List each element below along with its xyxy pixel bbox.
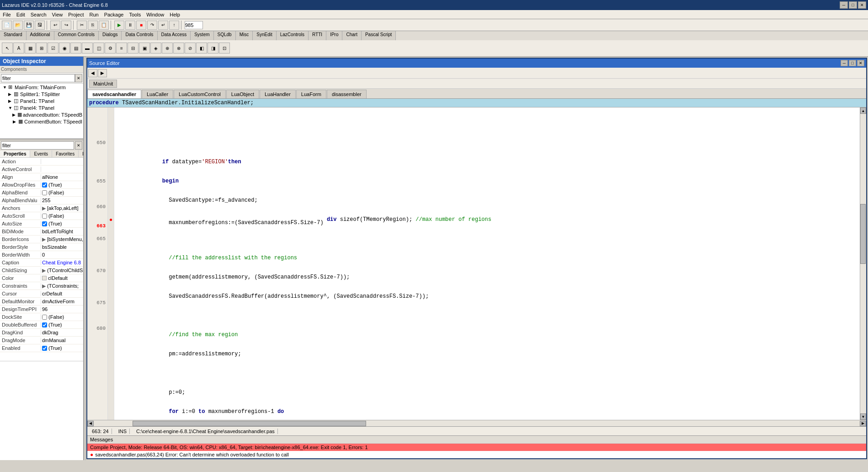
palette-tab-data-controls[interactable]: Data Controls [122, 31, 157, 40]
prop-row-enabled[interactable]: Enabled (True) [0, 344, 83, 352]
tb-new[interactable]: 📄 [2, 21, 12, 30]
prop-row-autosize[interactable]: AutoSize (True) [0, 220, 83, 228]
prop-row-align[interactable]: Align alNone [0, 173, 83, 181]
module-tab-luacaller[interactable]: LuaCaller [142, 90, 173, 98]
prop-check-autoscroll[interactable] [42, 214, 47, 219]
palette-tab-additional[interactable]: Additional [27, 31, 54, 40]
palette-icon-12[interactable]: ▣ [139, 43, 150, 54]
tree-arrow-advancedbutton[interactable]: ▶ [12, 113, 17, 117]
editor-tb-fwd[interactable]: ▶ [98, 69, 107, 77]
module-tab-savedscanhandler[interactable]: savedscanhandler [87, 90, 141, 98]
palette-icon-8[interactable]: ◫ [93, 43, 104, 54]
palette-tab-lazcontrols[interactable]: LazControls [277, 31, 309, 40]
module-tab-luaform[interactable]: LuaForm [296, 90, 326, 98]
module-tab-luahandler[interactable]: LuaHandler [260, 90, 296, 98]
file-tab-mainunit[interactable]: MainUnit [89, 80, 117, 88]
prop-row-activecontrol[interactable]: ActiveControl [0, 166, 83, 173]
palette-tab-misc[interactable]: Misc [236, 31, 253, 40]
tree-item-panel4[interactable]: ▼ ◫ Panel4: TPanel [0, 104, 83, 111]
tree-arrow-commentbutton[interactable]: ▶ [13, 119, 18, 124]
tree-item-splitter1[interactable]: ▶ ▥ Splitter1: TSplitter [0, 91, 83, 97]
scroll-right-btn[interactable]: ▶ [860, 421, 866, 426]
palette-icon-9[interactable]: ⚙ [105, 43, 116, 54]
menu-window[interactable]: Window [144, 11, 167, 18]
palette-icon-10[interactable]: ≡ [116, 43, 127, 54]
tb-copy[interactable]: ⎘ [88, 21, 98, 30]
tb-step-out[interactable]: ↑ [169, 21, 179, 30]
editor-close-btn[interactable]: ✕ [857, 60, 864, 66]
tb-redo[interactable]: ↪ [61, 21, 71, 30]
palette-tab-system[interactable]: System [191, 31, 213, 40]
palette-icon-19[interactable]: ⊡ [219, 43, 230, 54]
tab-events[interactable]: Events [30, 150, 52, 157]
prop-check-autosize[interactable] [42, 221, 47, 226]
palette-tab-standard[interactable]: Standard [0, 31, 27, 40]
prop-check-alphablend[interactable] [42, 190, 47, 195]
tree-arrow-splitter1[interactable]: ▶ [8, 92, 14, 97]
editor-minimize-btn[interactable]: ─ [841, 60, 848, 66]
palette-icon-13[interactable]: ◈ [150, 43, 161, 54]
palette-icon-11[interactable]: ⊟ [128, 43, 138, 54]
prop-row-autoscroll[interactable]: AutoScroll (False) [0, 212, 83, 220]
palette-icon-14[interactable]: ⊕ [162, 43, 173, 54]
menu-file[interactable]: File [0, 11, 14, 18]
prop-row-childsizing[interactable]: ChildSizing ▶ (TControlChildSiz [0, 267, 83, 274]
tb-open[interactable]: 📂 [13, 21, 23, 30]
prop-row-color[interactable]: Color clDefault [0, 274, 83, 282]
palette-icon-16[interactable]: ⊘ [185, 43, 196, 54]
header-input[interactable] [185, 21, 203, 29]
prop-row-docksite[interactable]: DockSite (False) [0, 313, 83, 321]
prop-row-defaultmonitor[interactable]: DefaultMonitor dmActiveForm [0, 298, 83, 306]
menu-package[interactable]: Package [101, 11, 127, 18]
scroll-thumb[interactable] [860, 204, 866, 264]
tb-cut[interactable]: ✂ [77, 21, 87, 30]
tb-pause[interactable]: ⏸ [125, 21, 135, 30]
menu-help[interactable]: Help [167, 11, 183, 18]
module-tab-luaobject[interactable]: LuaObject [226, 90, 259, 98]
tb-run[interactable]: ▶ [114, 21, 124, 30]
prop-row-dragmode[interactable]: DragMode dmManual [0, 337, 83, 344]
vertical-scrollbar[interactable]: ▲ ▼ [860, 107, 866, 420]
tab-re[interactable]: Re [79, 150, 84, 157]
prop-check-enabled[interactable] [42, 346, 47, 351]
palette-tab-chart[interactable]: Chart [342, 31, 361, 40]
palette-icon-3[interactable]: ⊞ [36, 43, 47, 54]
minimize-button[interactable]: ─ [840, 1, 848, 9]
components-filter-clear[interactable]: ✕ [75, 74, 82, 82]
tree-arrow-panel1[interactable]: ▶ [8, 99, 14, 103]
palette-icon-2[interactable]: ▦ [25, 43, 36, 54]
menu-tools[interactable]: Tools [126, 11, 144, 18]
scroll-down-btn[interactable]: ▼ [860, 413, 866, 420]
maximize-button[interactable]: □ [849, 1, 857, 9]
prop-row-alphablend[interactable]: AlphaBlend (False) [0, 189, 83, 197]
tree-item-mainform[interactable]: ▼ ⊞ MainForm: TMainForm [0, 84, 83, 91]
prop-row-alphablendalpha[interactable]: AlphaBlendValu 255 [0, 197, 83, 204]
scroll-up-btn[interactable]: ▲ [860, 107, 866, 114]
tab-favorites[interactable]: Favorites [52, 150, 79, 157]
prop-check-allowdropfiles[interactable] [42, 182, 47, 188]
tree-item-panel1[interactable]: ▶ ◫ Panel1: TPanel [0, 97, 83, 104]
palette-icon-5[interactable]: ◉ [59, 43, 70, 54]
props-filter-clear[interactable]: ✕ [75, 141, 82, 150]
palette-tab-rtti[interactable]: RTTI [309, 31, 326, 40]
prop-row-doublebuffered[interactable]: DoubleBuffered (True) [0, 321, 83, 329]
prop-check-doublebuffered[interactable] [42, 322, 47, 327]
menu-run[interactable]: Run [86, 11, 101, 18]
prop-row-cursor[interactable]: Cursor crDefault [0, 290, 83, 298]
code-area[interactable]: if datatype='REGION' then begin SavedSca… [114, 107, 860, 420]
prop-row-designtimeppi[interactable]: DesignTimePPI 96 [0, 306, 83, 313]
prop-row-anchors[interactable]: Anchors ▶ [akTop,akLeft] [0, 204, 83, 212]
palette-icon-15[interactable]: ⊗ [173, 43, 184, 54]
palette-icon-18[interactable]: ◨ [208, 43, 218, 54]
menu-view[interactable]: View [49, 11, 66, 18]
close-button[interactable]: ✕ [858, 1, 866, 9]
vertical-resizer[interactable] [84, 57, 85, 460]
tree-arrow-mainform[interactable]: ▼ [3, 85, 8, 90]
h-scroll-thumb[interactable] [133, 421, 366, 426]
tree-item-advancedbutton[interactable]: ▶ ▦ advancedbutton: TSpeedB [0, 111, 83, 118]
tb-paste[interactable]: 📋 [99, 21, 109, 30]
menu-edit[interactable]: Edit [14, 11, 28, 18]
menu-search[interactable]: Search [28, 11, 49, 18]
menu-project[interactable]: Project [65, 11, 86, 18]
tb-step-over[interactable]: ↷ [147, 21, 157, 30]
